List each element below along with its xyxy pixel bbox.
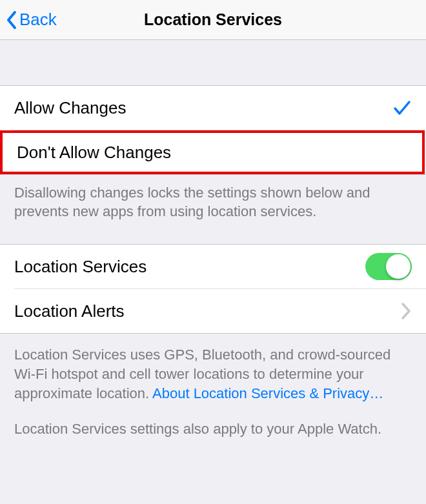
chevron-back-icon [5,10,18,30]
checkmark-icon [392,98,412,117]
spacer [0,40,426,85]
services-footer: Location Services uses GPS, Bluetooth, a… [0,334,426,414]
navigation-bar: Back Location Services [0,0,426,40]
about-privacy-link[interactable]: About Location Services & Privacy… [152,385,383,401]
allow-changes-label: Allow Changes [14,98,126,118]
toggle-knob [386,254,411,279]
location-services-label: Location Services [14,257,147,277]
location-alerts-label: Location Alerts [14,301,125,321]
changes-group: Allow Changes Don't Allow Changes [0,85,426,175]
location-services-toggle[interactable] [365,253,412,280]
location-services-row[interactable]: Location Services [0,245,426,288]
applewatch-footer: Location Services settings also apply to… [0,414,426,450]
page-title: Location Services [144,10,282,29]
back-label: Back [19,10,57,30]
chevron-right-icon [400,302,412,320]
dont-allow-changes-row[interactable]: Don't Allow Changes [0,130,425,174]
dont-allow-changes-label: Don't Allow Changes [17,143,171,163]
services-group: Location Services Location Alerts [0,244,426,334]
location-alerts-row[interactable]: Location Alerts [0,289,426,333]
back-button[interactable]: Back [0,10,57,30]
allow-changes-row[interactable]: Allow Changes [0,86,426,130]
changes-footer: Disallowing changes locks the settings s… [0,175,426,235]
spacer [0,235,426,244]
